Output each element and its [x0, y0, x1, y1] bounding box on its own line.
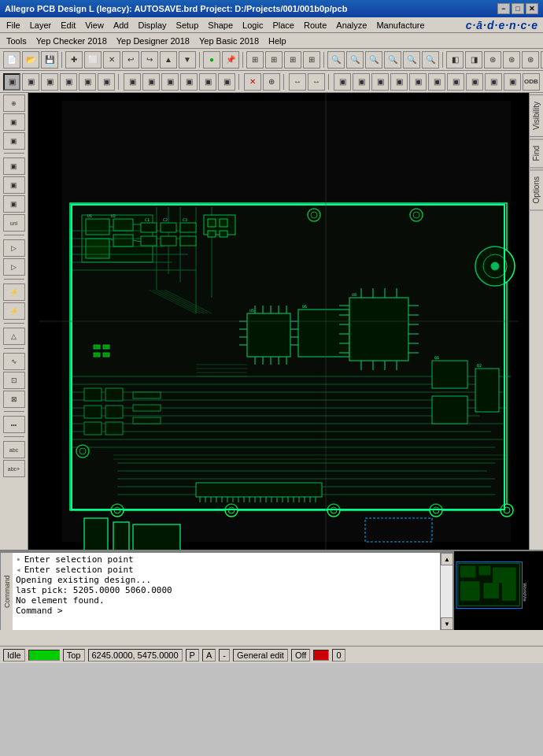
tb-open[interactable]: 📂: [22, 51, 39, 69]
tb-zoom-prev[interactable]: 🔍: [384, 51, 401, 69]
minimize-button[interactable]: −: [497, 3, 510, 14]
tb2-btn11[interactable]: ▣: [199, 73, 216, 91]
menu-layer[interactable]: Layer: [25, 19, 57, 32]
tb2-btn12[interactable]: ▣: [218, 73, 235, 91]
tb2-select[interactable]: ▣: [3, 73, 20, 91]
console-text[interactable]: •Enter selection point ◂Enter selection …: [13, 553, 440, 630]
ltb-btn8[interactable]: ▷: [3, 239, 25, 257]
console-scrollbar[interactable]: ▲ ▼: [440, 553, 452, 630]
menu-edit[interactable]: Edit: [56, 19, 80, 32]
menu-analyze[interactable]: Analyze: [331, 19, 371, 32]
ltb-btn1[interactable]: ⊕: [3, 94, 25, 112]
ltb-btn18[interactable]: abc+: [3, 460, 25, 477]
tb-grid4[interactable]: ⊞: [303, 51, 320, 69]
tab-visibility[interactable]: Visibility: [529, 94, 543, 137]
menu-route[interactable]: Route: [299, 19, 331, 32]
menu-tools[interactable]: Tools: [2, 35, 31, 47]
tb-add[interactable]: ✚: [65, 51, 83, 69]
menu-display[interactable]: Display: [133, 19, 171, 32]
menu-help[interactable]: Help: [264, 35, 291, 47]
mini-map-canvas[interactable]: WorldVie: [454, 551, 543, 630]
ltb-btn3[interactable]: ▣: [3, 132, 25, 150]
ltb-btn9[interactable]: ▷: [3, 258, 25, 276]
ltb-btn4[interactable]: ▣: [3, 158, 25, 175]
menu-file[interactable]: File: [2, 19, 25, 32]
tb-zoom-fit[interactable]: 🔍: [365, 51, 382, 69]
tb-new[interactable]: 📄: [3, 51, 20, 69]
tb2-btn10[interactable]: ▣: [180, 73, 198, 91]
tb2-btn6[interactable]: ▣: [98, 73, 115, 91]
tab-options[interactable]: Options: [529, 169, 543, 210]
tb-save[interactable]: 💾: [41, 51, 58, 69]
tb-misc3[interactable]: ⊛: [484, 51, 501, 69]
tb-grid2[interactable]: ⊞: [265, 51, 283, 69]
tb-misc1[interactable]: ◧: [446, 51, 464, 69]
tb2-btn5[interactable]: ▣: [79, 73, 96, 91]
tb2-btn2[interactable]: ▣: [22, 73, 39, 91]
ltb-btn15[interactable]: ⊠: [3, 391, 25, 408]
tb-misc2[interactable]: ◨: [465, 51, 482, 69]
menu-yep-designer[interactable]: Yep Designer 2018: [112, 35, 194, 47]
tb-circle[interactable]: ●: [203, 51, 220, 69]
tb-zoom-next[interactable]: 🔍: [403, 51, 420, 69]
ltb-btn11[interactable]: ⚡: [3, 302, 25, 320]
tb2-btn24[interactable]: ▣: [466, 73, 483, 91]
ltb-btn17[interactable]: abc: [3, 441, 25, 458]
tb2-btn4[interactable]: ▣: [60, 73, 77, 91]
tb2-btn14[interactable]: ⊕: [263, 73, 280, 91]
close-button[interactable]: ✕: [526, 3, 538, 14]
tab-find[interactable]: Find: [529, 139, 543, 168]
ltb-btn13[interactable]: ∿: [3, 353, 25, 370]
tb-delete[interactable]: ✕: [103, 51, 120, 69]
scroll-track[interactable]: [441, 565, 452, 617]
tb2-btn9[interactable]: ▣: [161, 73, 179, 91]
ltb-btn14[interactable]: ⊡: [3, 372, 25, 389]
menu-manufacture[interactable]: Manufacture: [371, 19, 429, 32]
tb2-btn19[interactable]: ▣: [371, 73, 389, 91]
menu-logic[interactable]: Logic: [238, 19, 268, 32]
tb-copy[interactable]: ⬜: [84, 51, 102, 69]
scroll-down-btn[interactable]: ▼: [441, 617, 453, 630]
ltb-btn7[interactable]: uni: [3, 214, 25, 232]
tb2-btn26[interactable]: ▣: [504, 73, 521, 91]
menu-setup[interactable]: Setup: [172, 19, 204, 32]
tb-down[interactable]: ▼: [179, 51, 196, 69]
tb-redo[interactable]: ↪: [141, 51, 158, 69]
tb2-btn7[interactable]: ▣: [124, 73, 141, 91]
ltb-btn16[interactable]: •••: [3, 416, 25, 433]
menu-yep-checker[interactable]: Yep Checker 2018: [31, 35, 112, 47]
tb-undo[interactable]: ↩: [122, 51, 139, 69]
tb-misc4[interactable]: ⊛: [503, 51, 520, 69]
pcb-canvas-area[interactable]: U1 U2 C1 C2 C3 U5 U6 U8 Q1 Q2: [28, 93, 529, 550]
tb-grid1[interactable]: ⊞: [246, 51, 264, 69]
ltb-btn10[interactable]: ⚡: [3, 284, 25, 301]
menu-shape[interactable]: Shape: [203, 19, 238, 32]
tb-up[interactable]: ▲: [160, 51, 177, 69]
tb-pin[interactable]: 📌: [222, 51, 239, 69]
menu-view[interactable]: View: [80, 19, 109, 32]
restore-button[interactable]: □: [512, 3, 524, 14]
tb2-btn15[interactable]: ↔: [289, 73, 306, 91]
tb-misc5[interactable]: ⊛: [522, 51, 539, 69]
tb-grid3[interactable]: ⊞: [284, 51, 301, 69]
ltb-btn2[interactable]: ▣: [3, 113, 25, 131]
tb2-btn17[interactable]: ▣: [334, 73, 351, 91]
ltb-btn5[interactable]: ▣: [3, 176, 25, 194]
tb-zoom-out[interactable]: 🔍: [346, 51, 364, 69]
tb2-btn3[interactable]: ▣: [41, 73, 58, 91]
tb2-btn21[interactable]: ▣: [409, 73, 427, 91]
tb2-btn23[interactable]: ▣: [447, 73, 464, 91]
ltb-btn12[interactable]: △: [3, 328, 25, 345]
tb2-btn22[interactable]: ▣: [428, 73, 445, 91]
menu-yep-basic[interactable]: Yep Basic 2018: [194, 35, 264, 47]
tb2-btn20[interactable]: ▣: [390, 73, 408, 91]
tb2-btn13[interactable]: ✕: [244, 73, 261, 91]
tb2-btn25[interactable]: ▣: [485, 73, 502, 91]
scroll-up-btn[interactable]: ▲: [441, 553, 453, 565]
menu-place[interactable]: Place: [268, 19, 299, 32]
menu-add[interactable]: Add: [109, 19, 134, 32]
tb2-btn16[interactable]: ↔: [308, 73, 325, 91]
tb-zoom-box[interactable]: 🔍: [422, 51, 439, 69]
tb-zoom-in[interactable]: 🔍: [327, 51, 345, 69]
tb2-btn18[interactable]: ▣: [353, 73, 370, 91]
